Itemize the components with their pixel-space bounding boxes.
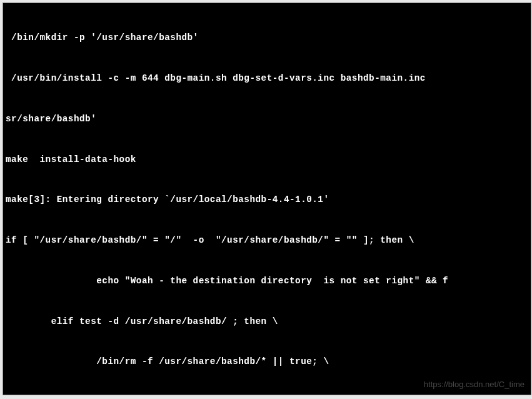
terminal-line: sr/share/bashdb'	[6, 113, 528, 126]
terminal-line: make install-data-hook	[6, 153, 528, 167]
terminal-line: echo "Woah - the destination directory i…	[6, 275, 528, 288]
terminal-window[interactable]: /bin/mkdir -p '/usr/share/bashdb' /usr/b…	[3, 3, 531, 395]
terminal-line: elif test -d /usr/share/bashdb/ ; then \	[6, 315, 528, 329]
terminal-line: /usr/bin/install -c -m 644 dbg-main.sh d…	[6, 72, 528, 86]
watermark-text: https://blog.csdn.net/C_time	[424, 380, 524, 389]
terminal-line: make[3]: Entering directory `/usr/local/…	[6, 193, 528, 207]
terminal-line: if [ "/usr/share/bashdb/" = "/" -o "/usr…	[6, 234, 528, 248]
terminal-line: /bin/mkdir -p '/usr/share/bashdb'	[6, 31, 528, 45]
terminal-line: /bin/rm -f /usr/share/bashdb/* || true; …	[6, 355, 528, 369]
